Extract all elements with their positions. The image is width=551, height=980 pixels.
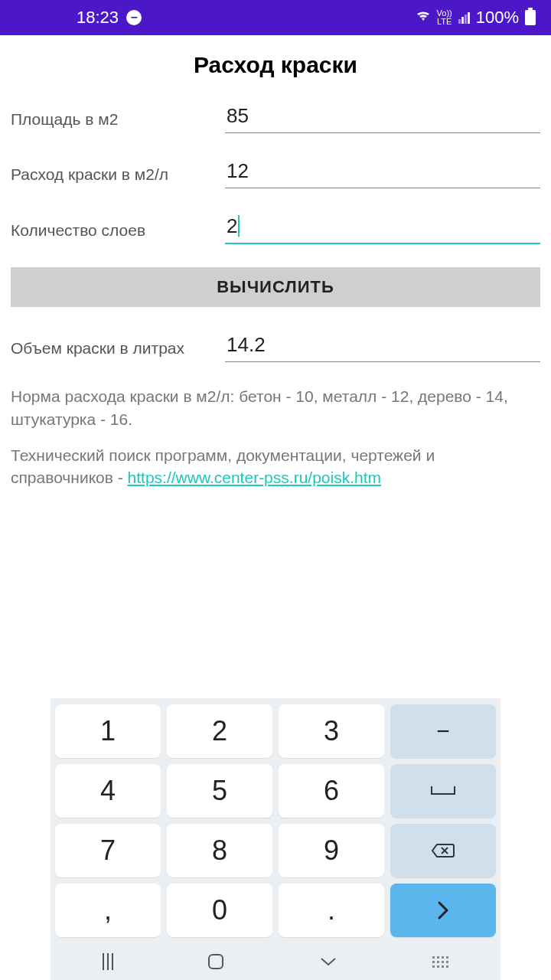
key-8[interactable]: 8: [167, 824, 272, 877]
key-backspace[interactable]: [390, 824, 496, 877]
key-space[interactable]: [390, 764, 496, 818]
key-minus[interactable]: −: [390, 704, 496, 758]
input-layers[interactable]: 2: [225, 211, 540, 244]
status-bar: 18:23 − Vo)) LTE 100%: [0, 0, 551, 35]
status-time: 18:23: [77, 8, 119, 28]
key-go[interactable]: [390, 884, 496, 937]
row-result: Объем краски в литрах: [11, 330, 540, 362]
input-rate[interactable]: [225, 156, 540, 188]
nav-recent[interactable]: [103, 953, 113, 970]
norms-note: Норма расхода краски в м2/л: бетон - 10,…: [11, 385, 540, 430]
label-area: Площадь в м2: [11, 110, 225, 133]
system-nav-bar: [55, 943, 496, 980]
key-3[interactable]: 3: [279, 704, 384, 758]
search-note: Технический поиск программ, документации…: [11, 444, 540, 489]
nav-collapse-keyboard[interactable]: [319, 951, 337, 972]
key-5[interactable]: 5: [167, 764, 272, 818]
row-rate: Расход краски в м2/л: [11, 156, 540, 188]
output-result[interactable]: [225, 330, 540, 362]
key-1[interactable]: 1: [55, 704, 161, 758]
nav-home[interactable]: [208, 954, 223, 969]
label-rate: Расход краски в м2/л: [11, 165, 225, 188]
row-layers: Количество слоев 2: [11, 211, 540, 244]
label-layers: Количество слоев: [11, 221, 225, 244]
nav-keyboard-switch[interactable]: [432, 956, 448, 968]
row-area: Площадь в м2: [11, 101, 540, 133]
battery-percent: 100%: [476, 8, 519, 28]
battery-icon: [525, 10, 536, 25]
page-title: Расход краски: [11, 52, 540, 78]
text-caret: [238, 215, 240, 237]
key-7[interactable]: 7: [55, 824, 161, 877]
key-0[interactable]: 0: [167, 884, 272, 937]
signal-icon: [458, 12, 470, 24]
label-result: Объем краски в литрах: [11, 339, 225, 362]
key-dot[interactable]: .: [279, 884, 384, 937]
key-6[interactable]: 6: [279, 764, 384, 818]
key-2[interactable]: 2: [167, 704, 272, 758]
wifi-icon: [416, 10, 431, 26]
volte-icon: Vo)) LTE: [437, 9, 452, 26]
key-comma[interactable]: ,: [55, 884, 161, 937]
calculate-button[interactable]: ВЫЧИСЛИТЬ: [11, 267, 540, 307]
key-4[interactable]: 4: [55, 764, 161, 818]
search-link[interactable]: https://www.center-pss.ru/poisk.htm: [128, 469, 381, 486]
numeric-keypad: 1 2 3 − 4 5 6 7 8 9 , 0 .: [51, 698, 500, 980]
dnd-icon: −: [126, 10, 142, 25]
key-9[interactable]: 9: [279, 824, 384, 877]
input-area[interactable]: [225, 101, 540, 133]
